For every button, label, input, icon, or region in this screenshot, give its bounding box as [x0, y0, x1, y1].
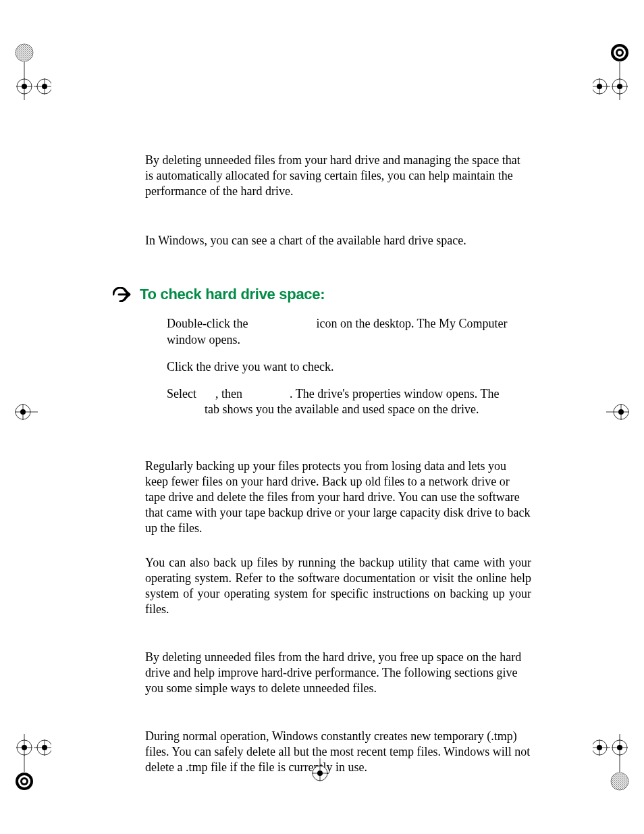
svg-point-28	[22, 779, 26, 783]
registration-mark-top-left	[15, 43, 51, 100]
step-1: Double-click the icon on the desktop. Th…	[167, 316, 531, 348]
registration-mark-top-right	[593, 43, 629, 100]
paragraph-3: Regularly backing up your files protects…	[145, 459, 531, 536]
step-2: Click the drive you want to check.	[167, 359, 531, 375]
step-3-text-d: tab shows you the available and used spa…	[205, 402, 479, 416]
svg-point-38	[42, 745, 47, 750]
paragraph-5: By deleting unneeded files from the hard…	[145, 650, 531, 696]
step-3: Select, then. The drive's properties win…	[167, 386, 531, 419]
arrow-icon	[113, 287, 133, 302]
intro-paragraph-1: By deleting unneeded files from your har…	[145, 153, 531, 199]
steps-list: Double-click the icon on the desktop. Th…	[167, 316, 531, 418]
svg-point-57	[618, 409, 624, 415]
svg-point-5	[22, 84, 27, 89]
svg-point-33	[22, 745, 27, 750]
svg-point-49	[597, 745, 602, 750]
page-content: By deleting unneeded files from your har…	[145, 153, 531, 795]
step-1-text-a: Double-click the	[167, 317, 251, 330]
step-3-text-a: Select	[167, 387, 196, 400]
crop-mark-bottom	[312, 758, 328, 784]
svg-point-10	[42, 84, 47, 89]
svg-point-19	[617, 84, 622, 89]
step-3-text-c: . The drive's properties window opens. T…	[290, 387, 500, 400]
heading-text: To check hard drive space:	[140, 285, 325, 304]
paragraph-4: You can also back up files by running th…	[145, 555, 531, 617]
crop-mark-left	[15, 404, 38, 423]
registration-mark-bottom-right	[593, 734, 629, 791]
svg-point-0	[16, 44, 33, 61]
svg-point-53	[20, 409, 26, 415]
svg-point-61	[317, 771, 323, 776]
section-heading: To check hard drive space:	[113, 285, 531, 304]
svg-point-44	[617, 745, 622, 750]
svg-point-14	[618, 51, 622, 55]
paragraph-6: During normal operation, Windows constan…	[145, 729, 531, 775]
crop-mark-right	[606, 404, 629, 423]
registration-mark-bottom-left	[15, 734, 51, 791]
step-3-text-b: , then	[215, 387, 242, 400]
intro-paragraph-2: In Windows, you can see a chart of the a…	[145, 233, 531, 249]
svg-point-39	[611, 773, 628, 790]
svg-point-24	[597, 84, 602, 89]
